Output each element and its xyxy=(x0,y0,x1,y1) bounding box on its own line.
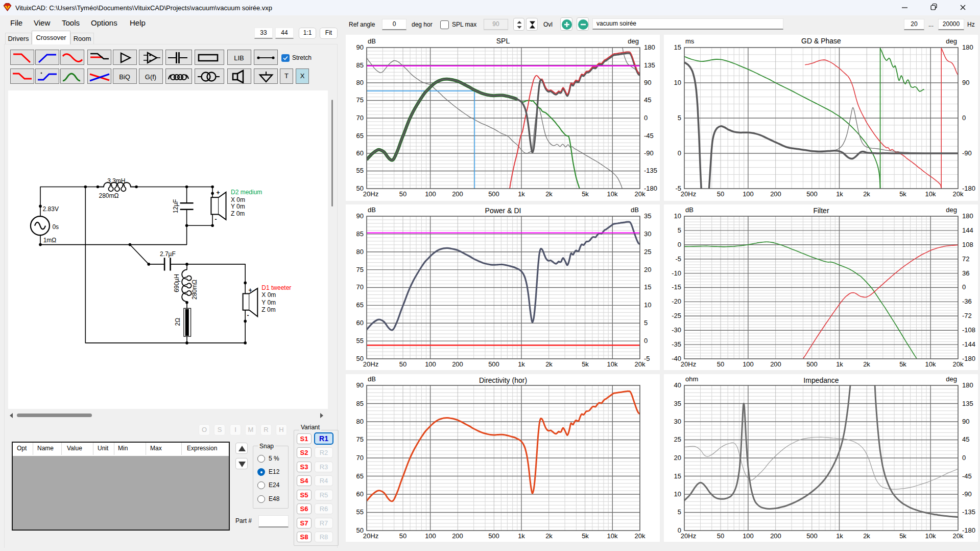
svg-text:Directivity (hor): Directivity (hor) xyxy=(479,376,527,384)
svg-text:80: 80 xyxy=(356,418,364,425)
svg-text:3.3mH: 3.3mH xyxy=(107,177,125,185)
svg-text:1k: 1k xyxy=(836,532,843,540)
svg-text:5: 5 xyxy=(644,319,648,327)
svg-text:Y 0m: Y 0m xyxy=(231,203,245,210)
svg-text:10k: 10k xyxy=(925,190,936,198)
svg-text:-45: -45 xyxy=(644,132,654,140)
svg-text:50: 50 xyxy=(399,190,407,198)
svg-text:500: 500 xyxy=(488,360,499,368)
svg-text:65: 65 xyxy=(356,472,364,480)
svg-text:12µF: 12µF xyxy=(172,199,179,214)
svg-text:20k: 20k xyxy=(953,360,964,368)
svg-text:55: 55 xyxy=(356,337,364,345)
svg-text:-180: -180 xyxy=(962,355,975,362)
svg-text:Y 0m: Y 0m xyxy=(261,299,276,306)
svg-text:35: 35 xyxy=(644,212,651,220)
svg-text:70: 70 xyxy=(356,114,364,122)
svg-text:20Hz: 20Hz xyxy=(363,360,378,368)
svg-text:90: 90 xyxy=(962,418,969,425)
svg-text:85: 85 xyxy=(356,61,364,69)
svg-text:5k: 5k xyxy=(582,360,589,368)
svg-text:deg: deg xyxy=(946,375,957,383)
svg-text:-40: -40 xyxy=(672,355,681,362)
svg-text:dB: dB xyxy=(368,37,376,45)
svg-text:0s: 0s xyxy=(52,223,59,231)
svg-text:0: 0 xyxy=(644,114,648,122)
svg-text:10k: 10k xyxy=(925,360,936,368)
svg-text:30: 30 xyxy=(644,230,651,238)
svg-text:70: 70 xyxy=(356,283,364,291)
svg-text:75: 75 xyxy=(356,266,364,273)
svg-text:20k: 20k xyxy=(635,360,646,368)
svg-text:-20: -20 xyxy=(672,297,681,305)
svg-text:-135: -135 xyxy=(644,167,657,174)
svg-text:65: 65 xyxy=(356,132,364,140)
svg-text:100: 100 xyxy=(743,190,754,198)
svg-text:25: 25 xyxy=(674,435,681,443)
svg-text:45: 45 xyxy=(962,435,969,443)
svg-text:50: 50 xyxy=(717,532,724,540)
svg-text:60: 60 xyxy=(356,319,364,327)
svg-text:10: 10 xyxy=(644,301,651,309)
svg-text:55: 55 xyxy=(356,167,364,174)
svg-text:15: 15 xyxy=(644,283,651,291)
svg-text:200: 200 xyxy=(770,190,781,198)
svg-text:500: 500 xyxy=(488,532,499,540)
svg-text:GD & Phase: GD & Phase xyxy=(801,37,841,45)
svg-text:90: 90 xyxy=(356,212,364,220)
svg-text:0: 0 xyxy=(962,114,966,122)
svg-text:-144: -144 xyxy=(962,340,975,348)
svg-text:dB: dB xyxy=(368,375,376,383)
svg-text:20Hz: 20Hz xyxy=(681,532,696,540)
svg-text:500: 500 xyxy=(488,190,499,198)
svg-text:15: 15 xyxy=(674,43,681,51)
svg-text:10: 10 xyxy=(674,212,681,220)
svg-text:20: 20 xyxy=(674,454,681,462)
svg-text:50: 50 xyxy=(717,360,724,368)
svg-text:2.83V: 2.83V xyxy=(43,205,59,213)
svg-text:15: 15 xyxy=(674,472,681,480)
svg-text:dB: dB xyxy=(631,206,639,214)
svg-text:10: 10 xyxy=(674,490,681,498)
svg-text:2k: 2k xyxy=(545,360,553,368)
svg-text:-90: -90 xyxy=(962,149,972,157)
svg-text:100: 100 xyxy=(425,190,436,198)
svg-text:deg: deg xyxy=(628,37,639,45)
svg-text:+: + xyxy=(217,189,220,196)
svg-text:200: 200 xyxy=(770,532,781,540)
svg-text:-90: -90 xyxy=(962,490,972,498)
svg-text:20Hz: 20Hz xyxy=(363,190,378,198)
svg-text:-72: -72 xyxy=(962,312,972,319)
svg-text:180: 180 xyxy=(962,381,973,389)
svg-text:BiQ: BiQ xyxy=(119,73,130,81)
svg-text:2k: 2k xyxy=(863,360,870,368)
svg-text:100: 100 xyxy=(743,360,754,368)
svg-text:5k: 5k xyxy=(582,532,589,540)
svg-text:80: 80 xyxy=(356,248,364,256)
svg-text:36: 36 xyxy=(962,269,969,277)
svg-text:20Hz: 20Hz xyxy=(363,532,378,540)
svg-text:200: 200 xyxy=(452,360,463,368)
svg-text:D2 medium: D2 medium xyxy=(231,189,262,196)
svg-text:100: 100 xyxy=(425,360,436,368)
svg-text:0: 0 xyxy=(962,283,966,291)
svg-text:65: 65 xyxy=(356,301,364,309)
svg-text:135: 135 xyxy=(644,61,655,69)
svg-text:0: 0 xyxy=(678,241,681,248)
svg-text:75: 75 xyxy=(356,96,364,104)
svg-text:108: 108 xyxy=(962,241,973,248)
svg-text:5k: 5k xyxy=(899,190,906,198)
svg-text:10k: 10k xyxy=(607,360,618,368)
svg-text:20k: 20k xyxy=(635,190,646,198)
svg-text:20k: 20k xyxy=(953,190,964,198)
svg-text:-10: -10 xyxy=(672,269,681,277)
svg-text:1k: 1k xyxy=(518,360,525,368)
svg-text:90: 90 xyxy=(644,79,651,86)
svg-text:25: 25 xyxy=(644,248,651,256)
svg-text:20Hz: 20Hz xyxy=(681,360,696,368)
svg-text:LIB: LIB xyxy=(234,54,244,62)
svg-text:60: 60 xyxy=(356,490,364,498)
svg-text:X 0m: X 0m xyxy=(261,291,276,299)
svg-text:-15: -15 xyxy=(672,283,681,291)
svg-text:20Hz: 20Hz xyxy=(681,190,696,198)
